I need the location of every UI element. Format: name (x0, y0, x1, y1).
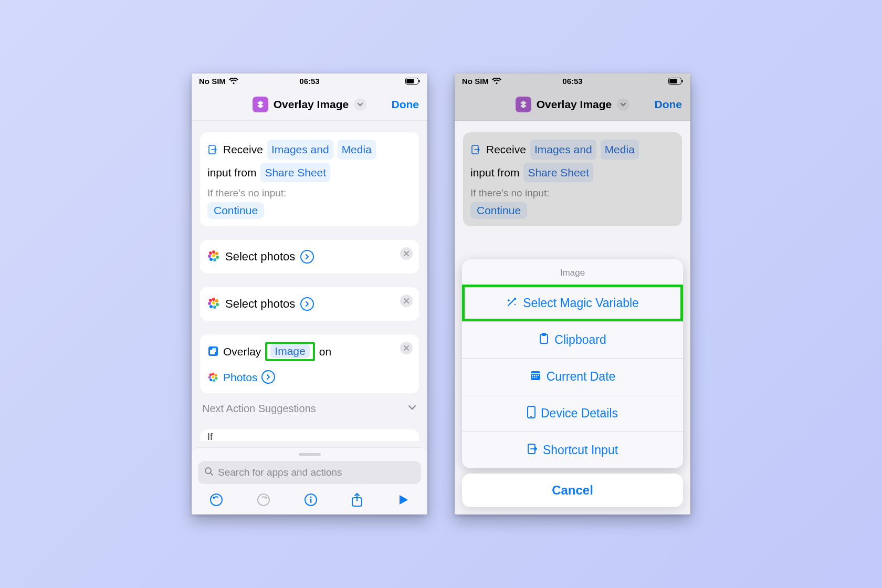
clock: 06:53 (562, 77, 582, 86)
receive-action-card[interactable]: Receive Images and Media input from Shar… (200, 132, 419, 226)
disclose-icon[interactable] (261, 370, 275, 384)
select-photos-action-1[interactable]: Select photos (200, 240, 419, 274)
svg-point-27 (213, 379, 215, 382)
grabber[interactable] (299, 453, 321, 456)
menu-item-label: Current Date (547, 370, 616, 384)
menu-item-magic-variable[interactable]: Select Magic Variable (462, 285, 683, 321)
svg-point-15 (216, 303, 219, 306)
svg-point-6 (215, 252, 218, 255)
svg-rect-47 (534, 375, 535, 376)
redo-button[interactable] (257, 493, 270, 507)
svg-point-24 (212, 373, 215, 375)
photos-icon (207, 371, 219, 383)
select-photos-action-2[interactable]: Select photos (200, 287, 419, 321)
input-type-pill-2[interactable]: Media (338, 140, 376, 160)
overlay-action-card[interactable]: Overlay Image on Photos (200, 334, 419, 393)
input-icon (470, 144, 482, 155)
menu-item-current-date[interactable]: Current Date (462, 358, 683, 395)
device-icon (527, 406, 536, 422)
undo-button[interactable] (209, 493, 223, 507)
remove-action-icon[interactable] (400, 247, 413, 260)
title-chevron[interactable] (617, 98, 629, 111)
menu-item-device-details[interactable]: Device Details (462, 395, 683, 432)
svg-point-26 (215, 377, 217, 380)
menu-item-label: Shortcut Input (543, 443, 618, 457)
disclose-icon[interactable] (300, 250, 314, 264)
svg-point-10 (208, 255, 211, 258)
disclose-icon[interactable] (300, 297, 314, 311)
text: Receive (486, 141, 526, 159)
action-label: Select photos (225, 297, 295, 311)
svg-rect-45 (531, 373, 540, 374)
svg-point-5 (212, 250, 215, 254)
svg-rect-49 (538, 375, 539, 376)
search-placeholder: Search for apps and actions (218, 467, 342, 478)
svg-rect-54 (530, 416, 532, 417)
cancel-button[interactable]: Cancel (462, 474, 683, 507)
calendar-icon (530, 370, 541, 384)
share-button[interactable] (351, 492, 363, 507)
svg-point-19 (209, 299, 212, 302)
text: input from (207, 164, 256, 182)
wand-icon (506, 296, 518, 311)
cancel-label: Cancel (552, 483, 593, 498)
toolbar (198, 484, 421, 514)
remove-action-icon[interactable] (400, 342, 413, 354)
svg-point-13 (212, 298, 215, 301)
remove-action-icon[interactable] (400, 295, 413, 307)
no-input-label: If there's no input: (470, 187, 675, 199)
svg-point-28 (209, 379, 212, 382)
svg-point-14 (215, 299, 218, 302)
receive-action-card: Receive Images and Media input from Shar… (463, 132, 682, 226)
next-action-suggestions[interactable]: Next Action Suggestions (200, 402, 419, 416)
no-input-label: If there's no input: (207, 187, 412, 199)
shortcut-icon (516, 97, 531, 112)
text: input from (470, 164, 519, 182)
svg-point-16 (213, 306, 216, 309)
run-button[interactable] (397, 494, 410, 506)
page-title: Overlay Image (274, 98, 349, 111)
text: Overlay (223, 343, 261, 361)
menu-item-clipboard[interactable]: Clipboard (462, 321, 683, 358)
photos-icon (207, 249, 220, 264)
svg-rect-50 (532, 376, 533, 377)
suggestion-peek[interactable]: If (200, 429, 419, 441)
svg-point-12 (212, 301, 215, 304)
info-button[interactable] (304, 493, 318, 507)
image-variable-pill[interactable]: Image (270, 344, 309, 358)
photos-variable[interactable]: Photos (223, 369, 257, 386)
nav-bar: Overlay Image Done (192, 88, 427, 121)
svg-point-11 (209, 251, 212, 255)
highlight-image-param[interactable]: Image (265, 342, 314, 361)
title-chevron[interactable] (354, 98, 366, 111)
input-type-pill: Images and (530, 140, 596, 160)
svg-point-9 (209, 258, 213, 261)
menu-item-label: Select Magic Variable (523, 296, 639, 310)
continue-pill[interactable]: Continue (207, 202, 264, 219)
svg-rect-36 (310, 499, 311, 503)
clipboard-icon (539, 333, 549, 348)
svg-point-4 (212, 254, 215, 257)
search-input[interactable]: Search for apps and actions (198, 461, 421, 484)
svg-rect-1 (406, 79, 414, 83)
svg-point-25 (215, 374, 217, 376)
input-icon (527, 443, 538, 458)
done-button[interactable]: Done (655, 98, 682, 111)
chevron-down-icon (407, 403, 417, 415)
svg-rect-39 (669, 79, 677, 83)
done-button[interactable]: Done (392, 98, 419, 111)
screenshot-right: No SIM 06:53 Overlay Image (455, 74, 690, 514)
clock: 06:53 (299, 77, 319, 86)
nav-bar: Overlay Image Done (455, 88, 690, 121)
carrier: No SIM (462, 77, 489, 86)
svg-rect-52 (536, 376, 537, 377)
input-type-pill[interactable]: Images and (267, 140, 333, 160)
menu-item-shortcut-input[interactable]: Shortcut Input (462, 432, 683, 468)
input-source-pill[interactable]: Share Sheet (260, 163, 330, 183)
menu-item-label: Clipboard (554, 333, 606, 347)
svg-point-30 (209, 374, 212, 376)
svg-point-29 (208, 376, 211, 379)
text: Receive (223, 141, 263, 159)
page-title: Overlay Image (537, 98, 612, 111)
wifi-icon (492, 78, 501, 85)
